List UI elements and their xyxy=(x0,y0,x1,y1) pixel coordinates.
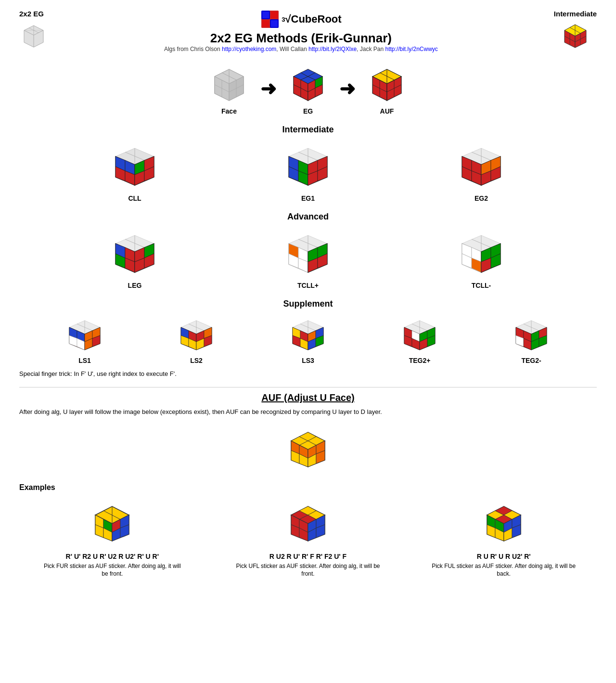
tcllplus-cube-icon xyxy=(282,227,334,280)
teg2plus-item: TEG2+ xyxy=(399,314,440,364)
example2-cube-icon xyxy=(282,497,334,550)
examples-grid: R' U' R2 U R' U2 R U2' R' U R' Pick FUR … xyxy=(19,497,597,579)
leg-label: LEG xyxy=(128,282,142,289)
auf-title: AUF (Adjust U Face) xyxy=(19,392,597,403)
logo-radical: √ xyxy=(285,13,291,26)
logo-superscript: 3 xyxy=(282,16,285,23)
ls1-cube-icon xyxy=(64,314,105,355)
ls3-label: LS3 xyxy=(302,357,314,364)
supplement-grid: LS1 LS2 xyxy=(19,314,597,364)
eg1-label: EG1 xyxy=(301,194,315,202)
page-title: 2x2 EG Methods (Erik-Gunnar) xyxy=(48,31,554,46)
intermediate-grid: CLL EG1 xyxy=(19,140,597,202)
face-cube-icon xyxy=(207,62,251,105)
advanced-section-label: Advanced xyxy=(19,212,597,222)
ls2-label: LS2 xyxy=(190,357,203,364)
auf-label: AUF xyxy=(380,107,394,115)
header-right: Intermediate xyxy=(554,10,597,51)
auf-cube-icon xyxy=(365,62,409,105)
page-header: 2x2 EG 3 xyxy=(19,10,597,52)
eg2-item: EG2 xyxy=(455,140,508,202)
flow-auf: AUF xyxy=(365,62,409,115)
flow-face: Face xyxy=(207,62,251,115)
eg2-cube-icon xyxy=(455,140,508,193)
credits: Algs from Chris Olson http://cyotheking.… xyxy=(48,46,554,52)
teg2minus-item: TEG2- xyxy=(511,314,552,364)
example1-desc: Pick FUR sticker as AUF sticker. After d… xyxy=(40,562,184,579)
example2-alg: R U2 R U' R' F R' F2 U' F xyxy=(270,553,346,560)
ls3-item: LS3 xyxy=(288,314,329,364)
tcllminus-item: TCLL- xyxy=(455,227,508,289)
examples-section: Examples xyxy=(19,483,597,579)
example-2: R U2 R U' R' F R' F2 U' F Pick UFL stick… xyxy=(236,497,380,579)
supplement-section-label: Supplement xyxy=(19,299,597,309)
flow-eg: EG xyxy=(286,62,330,115)
header-left: 2x2 EG xyxy=(19,10,48,50)
tcllminus-label: TCLL- xyxy=(472,282,491,289)
cll-item: CLL xyxy=(108,140,161,202)
ls1-label: LS1 xyxy=(78,357,91,364)
auf-section: AUF (Adjust U Face) After doing alg, U l… xyxy=(19,392,597,476)
eg2-label: EG2 xyxy=(475,194,488,202)
example3-alg: R U R' U R U2' R' xyxy=(477,553,531,560)
examples-label: Examples xyxy=(19,483,597,492)
eg1-item: EG1 xyxy=(282,140,334,202)
header-center: 3 √ CubeRoot 2x2 EG Methods (Erik-Gunnar… xyxy=(48,10,554,52)
tcllplus-label: TCLL+ xyxy=(297,282,319,289)
divider xyxy=(19,387,597,387)
svg-rect-12 xyxy=(262,12,269,18)
advanced-grid: LEG TCLL+ xyxy=(19,227,597,289)
teg2plus-label: TEG2+ xyxy=(409,357,431,364)
auf-cube-center xyxy=(19,423,597,476)
auf-description: After doing alg, U layer will follow the… xyxy=(19,407,597,417)
example1-cube-icon xyxy=(86,497,139,550)
intermediate-section-label: Intermediate xyxy=(19,125,597,135)
tcllplus-item: TCLL+ xyxy=(282,227,334,289)
cuberoot-logo-icon xyxy=(260,10,280,29)
top-left-label: 2x2 EG xyxy=(19,10,44,18)
logo-area: 3 √ CubeRoot xyxy=(48,10,554,29)
ls1-item: LS1 xyxy=(64,314,105,364)
flow-diagram: Face ➜ xyxy=(19,62,597,115)
leg-cube-icon xyxy=(108,227,161,280)
logo-text: CubeRoot xyxy=(291,13,342,26)
credits-link3[interactable]: http://bit.ly/2nCwwyc xyxy=(385,46,437,52)
eg-cube-icon xyxy=(286,62,330,105)
teg2minus-label: TEG2- xyxy=(521,357,541,364)
example-3: R U R' U R U2' R' Pick FUL sticker as AU… xyxy=(432,497,576,579)
teg2plus-cube-icon xyxy=(399,314,440,355)
ls2-item: LS2 xyxy=(176,314,217,364)
credits-link2[interactable]: http://bit.ly/2lQXlxe xyxy=(308,46,357,52)
leg-item: LEG xyxy=(108,227,161,289)
cll-cube-icon xyxy=(108,140,161,193)
ls3-cube-icon xyxy=(288,314,329,355)
example3-cube-icon xyxy=(477,497,530,550)
svg-rect-15 xyxy=(271,20,278,27)
example3-desc: Pick FUL sticker as AUF sticker. After d… xyxy=(432,562,576,579)
teg2minus-cube-icon xyxy=(511,314,552,355)
svg-rect-13 xyxy=(271,12,278,18)
credits-link1[interactable]: http://cyotheking.com xyxy=(222,46,276,52)
top-right-label: Intermediate xyxy=(554,10,597,18)
ls2-cube-icon xyxy=(176,314,217,355)
eg-label: EG xyxy=(303,107,313,115)
svg-rect-14 xyxy=(262,20,269,27)
example-1: R' U' R2 U R' U2 R U2' R' U R' Pick FUR … xyxy=(40,497,184,579)
example2-desc: Pick UFL sticker as AUF sticker. After d… xyxy=(236,562,380,579)
eg1-cube-icon xyxy=(282,140,334,193)
face-label: Face xyxy=(221,107,237,115)
example1-alg: R' U' R2 U R' U2 R U2' R' U R' xyxy=(66,553,159,560)
arrow1: ➜ xyxy=(260,77,277,100)
intermediate-cube-icon xyxy=(560,20,591,51)
special-note: Special finger trick: In F' U', use righ… xyxy=(19,370,597,377)
gray-cube-small xyxy=(19,21,48,50)
auf-reference-cube-icon xyxy=(282,423,334,476)
cll-label: CLL xyxy=(128,194,141,202)
tcllminus-cube-icon xyxy=(455,227,508,280)
arrow2: ➜ xyxy=(339,77,356,100)
